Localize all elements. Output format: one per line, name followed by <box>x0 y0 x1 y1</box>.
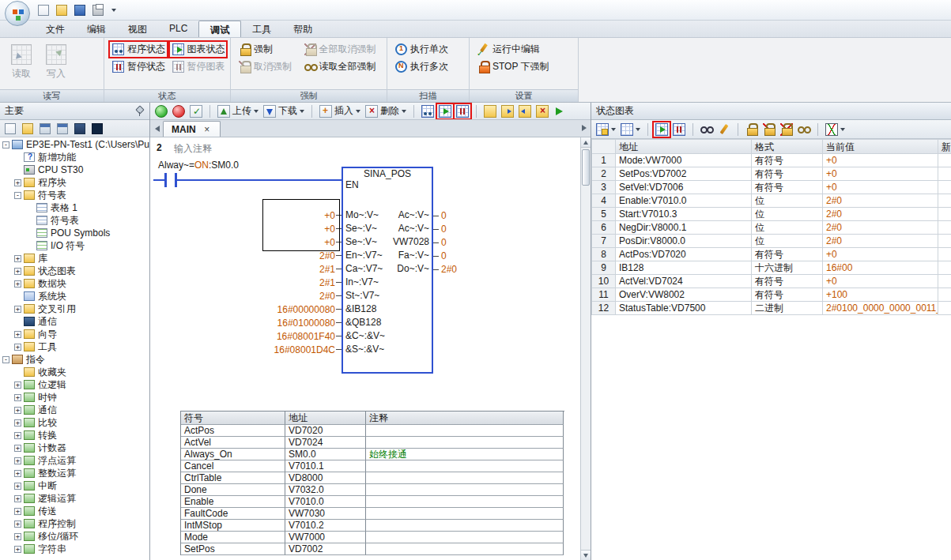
tree-item[interactable]: + 向导 <box>0 328 149 340</box>
comment-cell[interactable] <box>366 484 564 496</box>
tree-item[interactable]: POU Symbols <box>0 227 149 239</box>
tree-item[interactable]: + 数据块 <box>0 277 149 290</box>
comment-cell[interactable] <box>366 543 564 555</box>
scroll-up-button[interactable] <box>581 137 591 148</box>
symbol-cell[interactable]: SetPos <box>181 543 285 555</box>
tree-item[interactable]: 通信 <box>0 315 149 328</box>
address-cell[interactable]: VD7020 <box>285 425 366 437</box>
next-bookmark-button[interactable] <box>499 103 516 119</box>
row-number[interactable]: 4 <box>592 194 616 208</box>
menu-tab[interactable]: 帮助 <box>282 21 323 37</box>
chart-status-button[interactable]: 图表状态 <box>169 41 228 58</box>
chart-status-button[interactable] <box>653 122 670 137</box>
monitor-button[interactable] <box>90 122 104 136</box>
format-cell[interactable]: 位 <box>752 235 823 248</box>
tree-item[interactable]: + 计数器 <box>0 442 149 454</box>
delete-button[interactable]: 删除 <box>363 103 409 119</box>
read-button[interactable] <box>698 122 715 137</box>
tree-item[interactable]: 符号表 <box>0 214 149 227</box>
address-cell[interactable]: Start:V7010.3 <box>616 208 752 221</box>
tree-item[interactable]: + 浮点运算 <box>0 454 149 467</box>
format-cell[interactable]: 有符号 <box>752 154 823 167</box>
tree-item[interactable]: I/O 符号 <box>0 239 149 252</box>
tree-item[interactable]: + 状态图表 <box>0 265 149 277</box>
new-value-cell[interactable] <box>938 167 951 181</box>
expander-icon[interactable]: + <box>14 546 21 553</box>
save-button[interactable] <box>73 3 87 17</box>
tree-item[interactable]: + 整数运算 <box>0 467 149 479</box>
row-number[interactable]: 8 <box>592 248 616 261</box>
expander-icon[interactable]: - <box>2 356 9 363</box>
tab-scroll-right-button[interactable] <box>579 120 590 136</box>
address-cell[interactable]: VD8000 <box>285 472 366 484</box>
symbol-cell[interactable]: CtrlTable <box>181 472 285 484</box>
function-block-sina-pos[interactable]: SINA_POS EN Mo~:V~ Ac~:V~ Se~:V~ Ac~:V~ … <box>342 167 433 374</box>
comment-cell[interactable] <box>366 532 564 543</box>
ladder-editor[interactable]: 2 输入注释 Alway~=ON:SM0.0 SINA_POS EN Mo~:V… <box>150 137 580 560</box>
expander-icon[interactable]: + <box>14 533 21 540</box>
tree-item[interactable]: + 时钟 <box>0 391 149 404</box>
row-number[interactable]: 7 <box>592 235 616 248</box>
chart-view-button[interactable] <box>618 122 643 137</box>
new-value-cell[interactable] <box>938 261 951 275</box>
quick-access-dropdown-icon[interactable] <box>111 9 116 12</box>
expander-icon[interactable]: + <box>14 495 21 502</box>
comment-cell[interactable] <box>366 496 564 508</box>
format-cell[interactable]: 十六进制 <box>752 261 823 275</box>
single-scan-button[interactable]: 执行单次 <box>392 41 466 58</box>
read-force-button[interactable] <box>795 122 813 137</box>
tree-item[interactable]: + 比较 <box>0 416 149 429</box>
unforce-all-button[interactable]: 全部取消强制 <box>301 41 384 58</box>
menu-tab[interactable]: 调试 <box>198 21 241 37</box>
address-cell[interactable]: OverV:VW8002 <box>616 288 752 302</box>
expander-icon[interactable]: + <box>14 445 21 452</box>
stop-force-button[interactable]: STOP 下强制 <box>474 58 575 75</box>
address-cell[interactable]: IB128 <box>616 261 752 275</box>
write-button[interactable] <box>715 122 733 137</box>
tree-item[interactable]: CPU ST30 <box>0 163 149 176</box>
tree-item[interactable]: 表格 1 <box>0 201 149 214</box>
run-button[interactable] <box>153 103 170 119</box>
row-number[interactable]: 11 <box>592 288 616 302</box>
expander-icon[interactable]: + <box>14 381 21 389</box>
address-cell[interactable]: VW7000 <box>285 532 366 543</box>
unforce-button[interactable]: 取消强制 <box>236 58 300 75</box>
comment-cell[interactable] <box>366 472 564 484</box>
expander-icon[interactable]: - <box>14 192 21 199</box>
new-value-cell[interactable] <box>938 154 951 167</box>
tree-item[interactable]: + 移位/循环 <box>0 530 149 543</box>
symbol-cell[interactable]: ActPos <box>181 425 285 437</box>
expander-icon[interactable]: + <box>14 255 21 262</box>
menu-tab[interactable]: 文件 <box>35 21 76 37</box>
comment-cell[interactable] <box>366 520 564 532</box>
format-cell[interactable]: 位 <box>752 208 823 221</box>
address-cell[interactable]: SetVel:VD7006 <box>616 181 752 194</box>
print-button[interactable] <box>91 3 105 17</box>
tree-item[interactable]: + 逻辑运算 <box>0 492 149 505</box>
new-value-cell[interactable] <box>938 302 951 315</box>
address-cell[interactable]: ActPos:VD7020 <box>616 248 752 261</box>
symbol-cell[interactable]: Enable <box>181 496 285 508</box>
tree-item[interactable]: + 传送 <box>0 505 149 517</box>
format-cell[interactable]: 位 <box>752 194 823 208</box>
menu-tab[interactable]: 编辑 <box>76 21 117 37</box>
symbol-cell[interactable]: ActVel <box>181 437 285 449</box>
close-icon[interactable]: × <box>202 124 212 135</box>
address-cell[interactable]: StatusTable:VD7500 <box>616 302 752 315</box>
page-button[interactable] <box>3 122 17 136</box>
tree-item[interactable]: + 库 <box>0 252 149 265</box>
open-folder-button[interactable] <box>21 122 35 136</box>
expander-icon[interactable]: + <box>14 432 21 439</box>
tree-item[interactable]: + 工具 <box>0 340 149 353</box>
expander-icon[interactable]: + <box>14 280 21 288</box>
expander-icon[interactable]: + <box>14 179 21 186</box>
prev-bookmark-button[interactable] <box>516 103 534 119</box>
new-chart-button[interactable] <box>594 122 618 137</box>
format-cell[interactable]: 有符号 <box>752 288 823 302</box>
tree-item[interactable]: 收藏夹 <box>0 366 149 378</box>
clear-bookmarks-button[interactable] <box>534 103 551 119</box>
address-cell[interactable]: V7010.0 <box>285 496 366 508</box>
scrollbar-thumb[interactable] <box>582 149 590 186</box>
row-number[interactable]: 1 <box>592 154 616 167</box>
symbol-cell[interactable]: FaultCode <box>181 508 285 520</box>
